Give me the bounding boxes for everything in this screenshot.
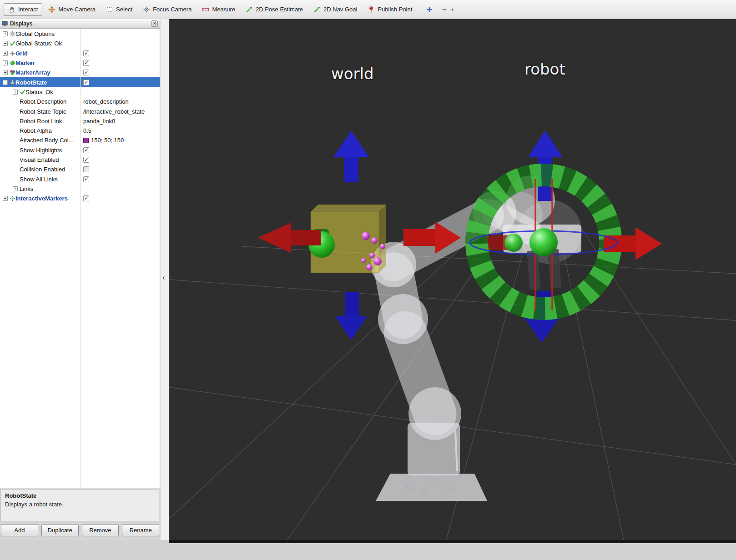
row-checkbox[interactable] xyxy=(83,147,89,153)
time-panel-collapsed xyxy=(169,540,736,543)
collapse-handle-icon[interactable]: ‹ xyxy=(162,274,165,282)
value-cell xyxy=(80,147,160,153)
tool-2d-pose-estimate[interactable]: 2D Pose Estimate xyxy=(241,3,308,16)
row-label: Marker xyxy=(15,60,35,66)
tool-label: Publish Point xyxy=(378,6,412,13)
name-cell: +Marker xyxy=(0,60,80,66)
row-checkbox[interactable] xyxy=(83,80,89,85)
panel-bottom: RobotState Displays a robot state. AddDu… xyxy=(0,488,160,540)
row-value[interactable]: panda_link0 xyxy=(83,118,115,125)
tool-label: Move Camera xyxy=(58,6,96,13)
tool-label: Select xyxy=(116,6,132,13)
row-checkbox[interactable] xyxy=(83,70,89,75)
expand-expander-icon[interactable]: + xyxy=(3,196,8,201)
row-label: Visual Enabled xyxy=(20,156,59,163)
tool-select[interactable]: Select xyxy=(101,3,137,16)
tool-label: Focus Camera xyxy=(153,6,192,13)
tool-publish-point[interactable]: Publish Point xyxy=(363,3,417,16)
move-camera-icon xyxy=(48,6,55,13)
column-divider[interactable] xyxy=(80,29,81,488)
name-cell: +Global Options xyxy=(0,30,80,37)
duplicate-button[interactable]: Duplicate xyxy=(41,524,79,536)
value-cell: panda_link0 xyxy=(80,118,160,125)
row-label: Show Highlights xyxy=(20,147,62,154)
tool-2d-nav-goal[interactable]: 2D Nav Goal xyxy=(309,3,362,16)
minus-icon xyxy=(441,6,448,13)
monitor-icon xyxy=(2,21,8,27)
expand-expander-icon[interactable]: + xyxy=(13,90,18,95)
status-ok-icon xyxy=(20,89,25,95)
value-cell xyxy=(80,157,160,163)
frame-label-world: world xyxy=(331,65,374,83)
name-cell: Visual Enabled xyxy=(0,156,80,163)
name-cell: -RobotState xyxy=(0,79,80,86)
row-value[interactable]: /interactive_robot_state xyxy=(83,108,145,115)
robot-marker-center-sphere[interactable] xyxy=(529,228,558,256)
row-value[interactable]: 0.5 xyxy=(83,127,91,134)
color-swatch[interactable] xyxy=(83,138,89,143)
focus-camera-icon xyxy=(143,6,150,13)
plus-icon xyxy=(426,6,433,13)
row-label: Status: Ok xyxy=(25,89,53,95)
row-label: Collision Enabled xyxy=(20,166,65,173)
chevron-down-icon: ▾ xyxy=(451,7,454,12)
expand-expander-icon[interactable]: + xyxy=(3,51,8,56)
toolbar: InteractMove CameraSelectFocus CameraMea… xyxy=(0,0,736,19)
tool-interact[interactable]: Interact xyxy=(4,3,42,16)
rename-button[interactable]: Rename xyxy=(122,524,159,536)
close-icon[interactable]: × xyxy=(151,20,158,27)
add-button[interactable]: Add xyxy=(1,524,38,536)
row-value[interactable]: 150; 50; 150 xyxy=(91,137,124,144)
add-tool-button[interactable] xyxy=(423,3,436,16)
row-label: Global Options xyxy=(15,30,55,37)
value-cell xyxy=(80,50,160,56)
row-checkbox[interactable] xyxy=(83,176,89,182)
hand-icon xyxy=(8,6,15,13)
bottom-bar xyxy=(0,540,736,560)
collapse-expander-icon[interactable]: - xyxy=(3,80,8,85)
row-checkbox[interactable] xyxy=(83,60,89,66)
expand-expander-icon[interactable]: + xyxy=(3,31,8,36)
nav-goal-icon xyxy=(313,6,321,13)
row-checkbox[interactable] xyxy=(83,166,89,172)
expand-expander-icon[interactable]: + xyxy=(3,60,8,65)
panel-resize-handle[interactable]: ‹ xyxy=(161,19,169,540)
tool-measure[interactable]: Measure xyxy=(197,3,240,16)
name-cell: Collision Enabled xyxy=(0,166,80,173)
robot-state-icon xyxy=(10,80,15,85)
measure-icon xyxy=(202,6,209,13)
name-cell: +InteractiveMarkers xyxy=(0,195,80,202)
row-checkbox[interactable] xyxy=(83,195,89,201)
row-label: MarkerArray xyxy=(15,69,50,76)
displays-panel: Displays × +Global Options+Global Status… xyxy=(0,19,160,540)
expand-expander-icon[interactable]: + xyxy=(13,186,18,191)
row-label: InteractiveMarkers xyxy=(15,195,68,202)
expand-expander-icon[interactable]: + xyxy=(3,70,8,75)
row-checkbox[interactable] xyxy=(83,50,89,56)
tool-focus-camera[interactable]: Focus Camera xyxy=(138,3,196,16)
remove-tool-button[interactable]: ▾ xyxy=(438,3,457,16)
expand-expander-icon[interactable]: + xyxy=(3,41,8,46)
tool-label: Interact xyxy=(18,6,38,13)
value-cell xyxy=(80,195,160,201)
value-cell xyxy=(80,70,160,75)
value-cell: robot_description xyxy=(80,98,160,105)
remove-button[interactable]: Remove xyxy=(82,524,119,536)
value-cell: /interactive_robot_state xyxy=(80,108,160,115)
viewport-3d[interactable]: worldrobot xyxy=(169,19,736,540)
row-label: Robot State Topic xyxy=(20,108,66,115)
name-cell: Attached Body Col... xyxy=(0,137,80,144)
tool-label: Measure xyxy=(212,6,235,13)
tool-move-camera[interactable]: Move Camera xyxy=(44,3,100,16)
panel-title: Displays xyxy=(10,20,32,27)
name-cell: Robot Alpha xyxy=(0,127,80,134)
status-ok-icon xyxy=(10,40,15,46)
description-text: Displays a robot state. xyxy=(5,501,155,508)
row-checkbox[interactable] xyxy=(83,157,89,163)
name-cell: Show Highlights xyxy=(0,147,80,154)
robot-marker-side-sphere[interactable] xyxy=(504,234,523,252)
row-value[interactable]: robot_description xyxy=(83,98,129,105)
panel-header[interactable]: Displays × xyxy=(0,19,160,29)
name-cell: +Global Status: Ok xyxy=(0,40,80,47)
value-cell xyxy=(80,80,160,85)
